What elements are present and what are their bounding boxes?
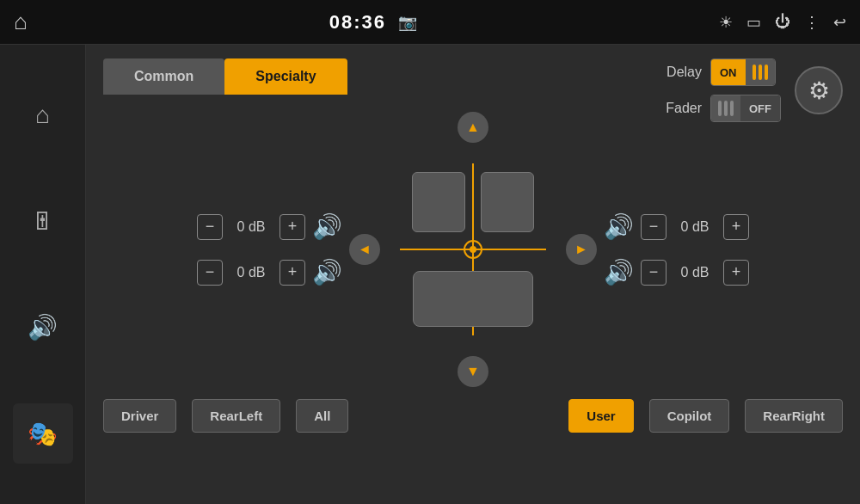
arrow-down-button[interactable]: ▼ bbox=[458, 356, 488, 387]
right-top-plus-button[interactable]: + bbox=[723, 214, 749, 240]
top-right-controls: Delay ON Fader bbox=[660, 58, 843, 122]
left-top-plus-button[interactable]: + bbox=[280, 214, 305, 240]
equalizer-icon: 🎚 bbox=[31, 207, 55, 236]
arrow-right-button[interactable]: ► bbox=[566, 234, 597, 265]
right-bottom-speaker-icon: 🔊 bbox=[604, 258, 634, 286]
arrow-up-button[interactable]: ▲ bbox=[458, 112, 488, 143]
right-bottom-db-value: 0 dB bbox=[673, 265, 716, 280]
delay-on-state: ON bbox=[711, 59, 746, 85]
status-bar: ⌂ 08:36 📷 ☀ ▭ ⏻ ⋮ ↩ bbox=[0, 0, 860, 45]
sidebar-item-audio-effect[interactable]: 🎭 bbox=[13, 403, 73, 464]
arrow-left-button[interactable]: ◄ bbox=[349, 234, 380, 265]
brightness-icon[interactable]: ☀ bbox=[719, 13, 733, 32]
left-bottom-minus-button[interactable]: − bbox=[197, 260, 223, 286]
fader-control: Fader OFF bbox=[660, 95, 781, 122]
seat-diagram-container bbox=[387, 146, 559, 353]
main-audio-section: − 0 dB + 🔊 − 0 dB + 🔊 ▲ ◄ bbox=[103, 112, 843, 387]
left-top-speaker-icon: 🔊 bbox=[312, 212, 342, 241]
copilot-zone-button[interactable]: Copilot bbox=[649, 399, 730, 433]
delay-label: Delay bbox=[660, 65, 702, 80]
center-section: ▲ ◄ bbox=[349, 112, 597, 387]
left-bottom-speaker-icon: 🔊 bbox=[312, 258, 342, 286]
fader-bars bbox=[711, 95, 740, 121]
driver-zone-button[interactable]: Driver bbox=[103, 399, 176, 433]
delay-control: Delay ON bbox=[660, 58, 781, 86]
home-nav-icon: ⌂ bbox=[35, 101, 50, 129]
left-db-section: − 0 dB + 🔊 − 0 dB + 🔊 bbox=[197, 212, 349, 286]
crosshair-dot[interactable] bbox=[464, 240, 482, 259]
left-top-db-value: 0 dB bbox=[230, 219, 273, 235]
right-bottom-plus-button[interactable]: + bbox=[723, 260, 749, 286]
seat-rear bbox=[413, 271, 533, 327]
audio-effect-icon: 🎭 bbox=[28, 420, 58, 448]
back-icon[interactable]: ↩ bbox=[833, 13, 846, 32]
bar3 bbox=[765, 65, 768, 80]
status-time: 08:36 bbox=[329, 11, 386, 34]
left-bottom-db-value: 0 dB bbox=[230, 265, 273, 280]
bar-g3 bbox=[730, 101, 734, 116]
volume-icon: 🔊 bbox=[28, 313, 58, 341]
sidebar-item-volume[interactable]: 🔊 bbox=[13, 298, 73, 358]
content-area: Common Specialty Delay ON bbox=[86, 45, 860, 504]
battery-icon[interactable]: ▭ bbox=[746, 13, 761, 32]
delay-bars bbox=[746, 59, 775, 85]
right-bottom-minus-button[interactable]: − bbox=[641, 260, 666, 286]
right-bottom-db-row: 🔊 − 0 dB + bbox=[604, 258, 749, 286]
settings-button[interactable]: ⚙ bbox=[795, 66, 843, 114]
rearright-zone-button[interactable]: RearRight bbox=[745, 399, 843, 433]
sidebar-item-equalizer[interactable]: 🎚 bbox=[13, 191, 73, 251]
right-top-db-value: 0 dB bbox=[673, 219, 716, 235]
fader-label: Fader bbox=[660, 101, 702, 116]
delay-toggle[interactable]: ON bbox=[710, 58, 776, 86]
right-db-section: 🔊 − 0 dB + 🔊 − 0 dB + bbox=[597, 212, 749, 286]
sidebar: ⌂ 🎚 🔊 🎭 bbox=[0, 45, 86, 504]
left-top-minus-button[interactable]: − bbox=[197, 214, 223, 240]
bar-g2 bbox=[724, 101, 728, 116]
user-zone-button[interactable]: User bbox=[568, 399, 633, 433]
right-top-speaker-icon: 🔊 bbox=[604, 212, 634, 241]
bar-g1 bbox=[718, 101, 722, 116]
main-layout: ⌂ 🎚 🔊 🎭 Common Specialty Delay ON bbox=[0, 45, 860, 504]
sidebar-item-home[interactable]: ⌂ bbox=[13, 85, 73, 145]
all-zone-button[interactable]: All bbox=[296, 399, 348, 433]
home-icon[interactable]: ⌂ bbox=[14, 9, 28, 35]
bottom-zone-row: Driver RearLeft All User Copilot RearRig… bbox=[103, 399, 843, 433]
right-top-db-row: 🔊 − 0 dB + bbox=[604, 212, 749, 241]
bar2 bbox=[759, 65, 762, 80]
right-top-minus-button[interactable]: − bbox=[641, 214, 666, 240]
crosshair-dot-inner bbox=[470, 246, 476, 253]
left-bottom-plus-button[interactable]: + bbox=[280, 260, 305, 286]
bar1 bbox=[752, 65, 756, 80]
fader-off-state: OFF bbox=[740, 95, 780, 121]
rearleft-zone-button[interactable]: RearLeft bbox=[192, 399, 280, 433]
tab-specialty[interactable]: Specialty bbox=[224, 58, 347, 95]
camera-icon[interactable]: 📷 bbox=[398, 13, 417, 32]
middle-row: ◄ bbox=[349, 146, 597, 353]
power-icon[interactable]: ⏻ bbox=[775, 13, 790, 31]
seat-front-right bbox=[481, 172, 534, 232]
tab-common[interactable]: Common bbox=[103, 58, 224, 95]
left-top-db-row: − 0 dB + 🔊 bbox=[197, 212, 342, 241]
fader-toggle[interactable]: OFF bbox=[710, 95, 781, 122]
seat-front-left bbox=[412, 172, 465, 232]
seat-diagram bbox=[400, 163, 546, 335]
left-bottom-db-row: − 0 dB + 🔊 bbox=[197, 258, 342, 286]
menu-icon[interactable]: ⋮ bbox=[804, 13, 820, 32]
